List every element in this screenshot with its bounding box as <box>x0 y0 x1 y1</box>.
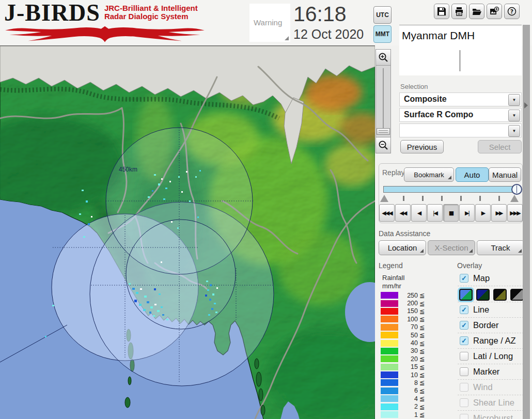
collapse-arrow-icon <box>524 102 528 108</box>
checkbox[interactable]: ✓ <box>460 336 468 345</box>
legend-row: 200≦ <box>381 299 437 307</box>
location-button[interactable]: Location <box>379 240 426 255</box>
site-title-box: Myanmar DMH <box>399 25 522 75</box>
legend-operator: ≦ <box>419 363 425 371</box>
product-value: Surface R Compo <box>404 110 473 119</box>
checkbox[interactable]: ✓ <box>460 305 468 314</box>
rewind-fast-button[interactable]: ◀◀ <box>395 204 411 222</box>
overlay-item-label: Map <box>473 273 490 283</box>
jbirds-logo: J-BIRDS JRC-Brilliant & Intelligent Rada… <box>4 1 211 44</box>
legend-row: 150≦ <box>381 307 437 315</box>
x-section-button[interactable]: X-Section <box>428 240 475 255</box>
forward-fast-button[interactable]: ▶▶ <box>491 204 507 222</box>
step-forward-button[interactable]: ▶| <box>459 204 475 222</box>
legend-operator: ≦ <box>419 323 425 331</box>
overlay-item-label: Shear Line <box>473 398 514 408</box>
legend-color-swatch <box>381 411 398 418</box>
timeline-tick <box>441 196 443 201</box>
legend-operator: ≦ <box>419 300 425 307</box>
legend-color-swatch <box>381 404 398 410</box>
checkbox[interactable] <box>460 352 468 361</box>
replay-timeline-slider[interactable] <box>383 186 519 193</box>
select-button[interactable]: Select <box>478 140 522 153</box>
corner-triangle-icon <box>448 176 451 179</box>
overlay-item-label: Wind <box>473 382 493 392</box>
bookmark-button[interactable]: Bookmark <box>404 167 454 182</box>
warning-label: Warning <box>254 18 282 27</box>
map-theme-swatch-1[interactable] <box>459 289 473 301</box>
range-start-marker[interactable] <box>380 195 388 202</box>
overlay-row-range-az: ✓Range / AZ <box>458 333 524 349</box>
legend-row: 20≦ <box>381 355 437 363</box>
eagle-icon <box>4 24 206 43</box>
legend-color-swatch <box>381 348 398 354</box>
map-viewport[interactable]: 450km <box>0 45 375 419</box>
checkbox[interactable]: ✓ <box>460 274 468 283</box>
corner-triangle-icon <box>420 249 424 253</box>
auto-mode-button[interactable]: Auto <box>456 167 489 182</box>
sub-product-dropdown[interactable]: ▼ <box>399 123 522 137</box>
legend-color-swatch <box>381 395 398 402</box>
jbirds-app: J-BIRDS JRC-Brilliant & Intelligent Rada… <box>0 0 532 419</box>
overlay-row-marker: Marker <box>458 364 524 380</box>
range-end-marker[interactable] <box>510 195 519 202</box>
clock-date: 12 Oct 2020 <box>293 27 364 42</box>
overlay-row-lati-long: Lati / Long <box>458 349 524 364</box>
step-back-button[interactable]: |◀ <box>427 204 443 222</box>
overlay-row-map: ✓Map <box>458 271 524 286</box>
da-button-label: Location <box>388 243 417 252</box>
legend-operator: ≦ <box>419 387 425 395</box>
playback-controls: ◀◀◀◀◀◀|◀■▶|▶▶▶▶▶▶ <box>379 204 523 222</box>
panel-splitter[interactable] <box>523 25 530 419</box>
map-theme-swatch-2[interactable] <box>476 289 490 301</box>
overlay-item-label: Border <box>473 320 499 330</box>
timeline-ticks <box>379 195 523 202</box>
logo-title: J-BIRDS <box>4 1 100 25</box>
rewind-fastest-button[interactable]: ◀◀◀ <box>379 204 395 222</box>
legend-operator: ≦ <box>419 331 425 339</box>
legend-operator: ≦ <box>419 395 425 402</box>
legend-row: 100≦ <box>381 315 437 323</box>
legend-operator: ≦ <box>419 339 425 347</box>
chevron-down-icon[interactable]: ▼ <box>508 125 520 137</box>
legend-value: 8 <box>398 379 418 386</box>
manual-mode-button[interactable]: Manual <box>489 167 521 182</box>
data-assistance-buttons: LocationX-SectionTrack <box>379 240 524 255</box>
legend-row: 50≦ <box>381 331 437 339</box>
legend-value: 200 <box>398 300 418 307</box>
overlay-label: Overlay <box>457 261 482 270</box>
chevron-down-icon[interactable]: ▼ <box>508 94 520 106</box>
play-reverse-button[interactable]: ◀ <box>411 204 427 222</box>
checkbox[interactable]: ✓ <box>460 321 468 330</box>
legend-value: 100 <box>398 316 418 323</box>
data-assistance-label: Data Assistance <box>379 229 430 238</box>
stop-button[interactable]: ■ <box>443 204 459 222</box>
chevron-down-icon[interactable]: ▼ <box>508 110 520 121</box>
legend-operator: ≦ <box>419 411 425 418</box>
overlay-item-label: Range / AZ <box>473 336 516 346</box>
checkbox <box>460 414 468 419</box>
legend-color-swatch <box>381 371 398 378</box>
previous-button[interactable]: Previous <box>400 140 444 153</box>
legend-value: 15 <box>398 363 418 370</box>
legend-operator: ≦ <box>419 307 425 315</box>
category-dropdown[interactable]: Composite ▼ <box>399 92 522 106</box>
checkbox[interactable] <box>460 367 468 376</box>
legend-value: 10 <box>398 371 418 379</box>
site-title: Myanmar DMH <box>402 29 475 42</box>
timeline-tick <box>479 196 481 201</box>
legend-value: 250 <box>398 292 418 299</box>
forward-fastest-button[interactable]: ▶▶▶ <box>507 204 523 222</box>
logo-tagline-2: Radar Dialogic System <box>104 12 189 21</box>
product-dropdown[interactable]: Surface R Compo ▼ <box>399 108 522 122</box>
timeline-tick <box>460 196 462 201</box>
map-theme-swatch-4[interactable] <box>510 289 524 301</box>
map-theme-swatch-3[interactable] <box>493 289 507 301</box>
warning-panel[interactable]: Warning <box>249 4 290 42</box>
track-button[interactable]: Track <box>477 240 524 255</box>
clock-time: 16:18 <box>293 2 347 26</box>
play-button[interactable]: ▶ <box>475 204 491 222</box>
timeline-tick <box>422 196 424 201</box>
slider-handle[interactable] <box>511 184 522 195</box>
resize-corner-icon[interactable] <box>285 36 289 40</box>
